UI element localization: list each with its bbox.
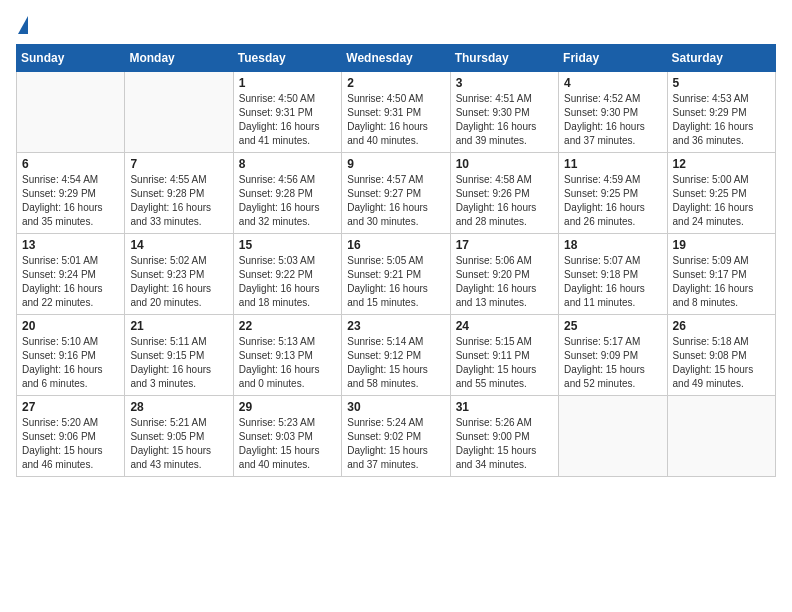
calendar-cell: 1Sunrise: 4:50 AM Sunset: 9:31 PM Daylig… (233, 72, 341, 153)
calendar-cell (125, 72, 233, 153)
day-number: 15 (239, 238, 336, 252)
logo-triangle-icon (18, 16, 28, 34)
day-of-week-header: Thursday (450, 45, 558, 72)
day-info: Sunrise: 4:56 AM Sunset: 9:28 PM Dayligh… (239, 173, 336, 229)
calendar-cell: 15Sunrise: 5:03 AM Sunset: 9:22 PM Dayli… (233, 234, 341, 315)
calendar-cell: 24Sunrise: 5:15 AM Sunset: 9:11 PM Dayli… (450, 315, 558, 396)
day-number: 7 (130, 157, 227, 171)
day-number: 19 (673, 238, 770, 252)
day-number: 3 (456, 76, 553, 90)
day-number: 21 (130, 319, 227, 333)
day-info: Sunrise: 5:18 AM Sunset: 9:08 PM Dayligh… (673, 335, 770, 391)
day-info: Sunrise: 4:51 AM Sunset: 9:30 PM Dayligh… (456, 92, 553, 148)
day-info: Sunrise: 5:07 AM Sunset: 9:18 PM Dayligh… (564, 254, 661, 310)
day-number: 26 (673, 319, 770, 333)
page-header (16, 16, 776, 34)
calendar-header-row: SundayMondayTuesdayWednesdayThursdayFrid… (17, 45, 776, 72)
calendar-week-row: 13Sunrise: 5:01 AM Sunset: 9:24 PM Dayli… (17, 234, 776, 315)
day-info: Sunrise: 5:15 AM Sunset: 9:11 PM Dayligh… (456, 335, 553, 391)
logo (16, 16, 28, 34)
calendar-cell: 17Sunrise: 5:06 AM Sunset: 9:20 PM Dayli… (450, 234, 558, 315)
calendar-cell: 23Sunrise: 5:14 AM Sunset: 9:12 PM Dayli… (342, 315, 450, 396)
day-number: 16 (347, 238, 444, 252)
day-of-week-header: Monday (125, 45, 233, 72)
calendar-week-row: 27Sunrise: 5:20 AM Sunset: 9:06 PM Dayli… (17, 396, 776, 477)
day-number: 17 (456, 238, 553, 252)
day-number: 27 (22, 400, 119, 414)
day-info: Sunrise: 4:59 AM Sunset: 9:25 PM Dayligh… (564, 173, 661, 229)
day-of-week-header: Saturday (667, 45, 775, 72)
day-number: 8 (239, 157, 336, 171)
calendar-cell: 7Sunrise: 4:55 AM Sunset: 9:28 PM Daylig… (125, 153, 233, 234)
day-info: Sunrise: 5:26 AM Sunset: 9:00 PM Dayligh… (456, 416, 553, 472)
day-info: Sunrise: 4:55 AM Sunset: 9:28 PM Dayligh… (130, 173, 227, 229)
calendar-cell: 11Sunrise: 4:59 AM Sunset: 9:25 PM Dayli… (559, 153, 667, 234)
day-info: Sunrise: 4:57 AM Sunset: 9:27 PM Dayligh… (347, 173, 444, 229)
day-info: Sunrise: 5:09 AM Sunset: 9:17 PM Dayligh… (673, 254, 770, 310)
day-info: Sunrise: 5:24 AM Sunset: 9:02 PM Dayligh… (347, 416, 444, 472)
day-number: 29 (239, 400, 336, 414)
calendar-cell: 5Sunrise: 4:53 AM Sunset: 9:29 PM Daylig… (667, 72, 775, 153)
calendar-cell: 26Sunrise: 5:18 AM Sunset: 9:08 PM Dayli… (667, 315, 775, 396)
day-number: 6 (22, 157, 119, 171)
day-info: Sunrise: 4:54 AM Sunset: 9:29 PM Dayligh… (22, 173, 119, 229)
day-info: Sunrise: 4:50 AM Sunset: 9:31 PM Dayligh… (239, 92, 336, 148)
day-info: Sunrise: 5:00 AM Sunset: 9:25 PM Dayligh… (673, 173, 770, 229)
calendar-cell: 8Sunrise: 4:56 AM Sunset: 9:28 PM Daylig… (233, 153, 341, 234)
day-number: 5 (673, 76, 770, 90)
calendar-cell: 29Sunrise: 5:23 AM Sunset: 9:03 PM Dayli… (233, 396, 341, 477)
day-number: 24 (456, 319, 553, 333)
day-of-week-header: Wednesday (342, 45, 450, 72)
calendar-cell: 18Sunrise: 5:07 AM Sunset: 9:18 PM Dayli… (559, 234, 667, 315)
day-of-week-header: Tuesday (233, 45, 341, 72)
day-info: Sunrise: 5:14 AM Sunset: 9:12 PM Dayligh… (347, 335, 444, 391)
calendar-week-row: 1Sunrise: 4:50 AM Sunset: 9:31 PM Daylig… (17, 72, 776, 153)
day-info: Sunrise: 4:52 AM Sunset: 9:30 PM Dayligh… (564, 92, 661, 148)
day-of-week-header: Friday (559, 45, 667, 72)
calendar-cell: 14Sunrise: 5:02 AM Sunset: 9:23 PM Dayli… (125, 234, 233, 315)
calendar-cell: 6Sunrise: 4:54 AM Sunset: 9:29 PM Daylig… (17, 153, 125, 234)
day-info: Sunrise: 5:11 AM Sunset: 9:15 PM Dayligh… (130, 335, 227, 391)
day-info: Sunrise: 4:50 AM Sunset: 9:31 PM Dayligh… (347, 92, 444, 148)
day-info: Sunrise: 5:21 AM Sunset: 9:05 PM Dayligh… (130, 416, 227, 472)
day-info: Sunrise: 5:01 AM Sunset: 9:24 PM Dayligh… (22, 254, 119, 310)
calendar-cell: 4Sunrise: 4:52 AM Sunset: 9:30 PM Daylig… (559, 72, 667, 153)
day-info: Sunrise: 5:17 AM Sunset: 9:09 PM Dayligh… (564, 335, 661, 391)
day-number: 1 (239, 76, 336, 90)
calendar-cell: 28Sunrise: 5:21 AM Sunset: 9:05 PM Dayli… (125, 396, 233, 477)
day-info: Sunrise: 5:10 AM Sunset: 9:16 PM Dayligh… (22, 335, 119, 391)
day-number: 14 (130, 238, 227, 252)
calendar-cell: 20Sunrise: 5:10 AM Sunset: 9:16 PM Dayli… (17, 315, 125, 396)
day-number: 30 (347, 400, 444, 414)
calendar-cell: 16Sunrise: 5:05 AM Sunset: 9:21 PM Dayli… (342, 234, 450, 315)
day-number: 18 (564, 238, 661, 252)
calendar-cell (559, 396, 667, 477)
day-number: 20 (22, 319, 119, 333)
day-info: Sunrise: 4:58 AM Sunset: 9:26 PM Dayligh… (456, 173, 553, 229)
day-info: Sunrise: 4:53 AM Sunset: 9:29 PM Dayligh… (673, 92, 770, 148)
calendar-cell: 3Sunrise: 4:51 AM Sunset: 9:30 PM Daylig… (450, 72, 558, 153)
day-number: 13 (22, 238, 119, 252)
day-number: 9 (347, 157, 444, 171)
day-number: 25 (564, 319, 661, 333)
day-number: 31 (456, 400, 553, 414)
day-number: 4 (564, 76, 661, 90)
day-of-week-header: Sunday (17, 45, 125, 72)
calendar-cell: 22Sunrise: 5:13 AM Sunset: 9:13 PM Dayli… (233, 315, 341, 396)
calendar-cell: 9Sunrise: 4:57 AM Sunset: 9:27 PM Daylig… (342, 153, 450, 234)
calendar-cell: 13Sunrise: 5:01 AM Sunset: 9:24 PM Dayli… (17, 234, 125, 315)
day-number: 10 (456, 157, 553, 171)
calendar-table: SundayMondayTuesdayWednesdayThursdayFrid… (16, 44, 776, 477)
day-info: Sunrise: 5:23 AM Sunset: 9:03 PM Dayligh… (239, 416, 336, 472)
calendar-cell: 21Sunrise: 5:11 AM Sunset: 9:15 PM Dayli… (125, 315, 233, 396)
calendar-week-row: 6Sunrise: 4:54 AM Sunset: 9:29 PM Daylig… (17, 153, 776, 234)
day-info: Sunrise: 5:05 AM Sunset: 9:21 PM Dayligh… (347, 254, 444, 310)
calendar-cell: 27Sunrise: 5:20 AM Sunset: 9:06 PM Dayli… (17, 396, 125, 477)
day-number: 11 (564, 157, 661, 171)
day-number: 22 (239, 319, 336, 333)
calendar-cell (667, 396, 775, 477)
calendar-cell: 10Sunrise: 4:58 AM Sunset: 9:26 PM Dayli… (450, 153, 558, 234)
day-info: Sunrise: 5:02 AM Sunset: 9:23 PM Dayligh… (130, 254, 227, 310)
day-info: Sunrise: 5:20 AM Sunset: 9:06 PM Dayligh… (22, 416, 119, 472)
day-number: 12 (673, 157, 770, 171)
